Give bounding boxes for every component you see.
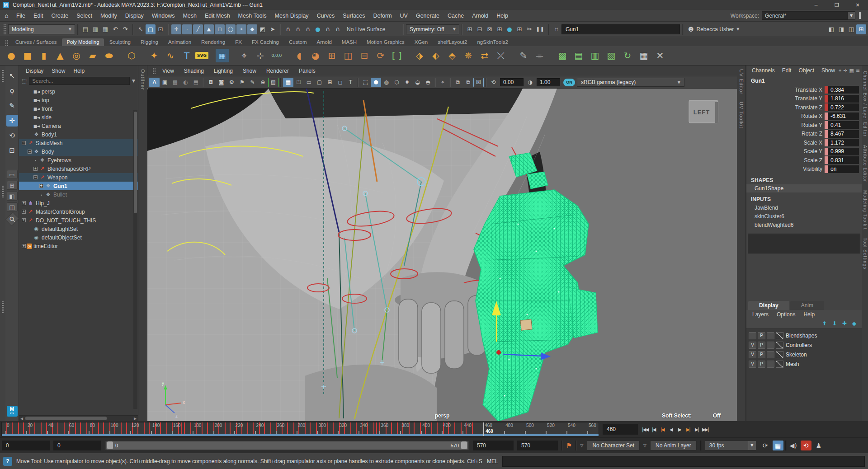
animation-end-field[interactable]: 570 [517, 441, 558, 450]
channel-value-field[interactable]: 0.831 [828, 156, 859, 164]
layer-display-type-toggle[interactable] [767, 361, 774, 368]
shelf-tab-motion-graphics[interactable]: Motion Graphics [362, 38, 409, 46]
viewport-menu[interactable]: Panels [294, 68, 321, 74]
outliner-item-defaultobjectset[interactable]: ◉ defaultObjectSet [19, 233, 138, 242]
create-bookmark-button[interactable]: ⚑ [566, 441, 572, 450]
mask-surfaces-button[interactable]: ◻ [215, 24, 225, 34]
select-by-component-button[interactable]: ⊡ [156, 24, 165, 34]
chevron-down-icon[interactable]: ▼ [132, 79, 135, 83]
menu-item[interactable]: Curves [313, 13, 339, 19]
channel-box-menu[interactable]: Edit [778, 67, 795, 74]
texture-toggle[interactable]: ⬒ [191, 78, 201, 87]
type-tool-button[interactable]: T [179, 48, 194, 63]
open-scene-button[interactable]: ▥ [90, 24, 100, 34]
mask-faces-button[interactable]: ▲ [204, 24, 214, 34]
default-material-toggle[interactable]: ◐ [180, 78, 191, 87]
viewport-menu[interactable]: View [157, 68, 179, 74]
outliner-search-input[interactable] [29, 77, 130, 85]
render-sequence-button[interactable]: ⊞ [495, 24, 505, 34]
antialiasing-toggle[interactable]: A [149, 78, 160, 87]
symmetry-dropdown[interactable]: Symmetry: Off▼ [406, 24, 459, 34]
menu-set-dropdown[interactable]: Modeling▼ [8, 24, 75, 34]
play-forwards-button[interactable]: ▶ [676, 424, 683, 434]
poly-sphere-button[interactable]: ● [4, 48, 19, 63]
layer-from-selected-icon[interactable]: ◆ [852, 320, 856, 327]
outliner-item-staticmesh[interactable]: − ↗ StaticMesh [19, 139, 138, 147]
dock-grip[interactable] [3, 24, 7, 34]
channel-row[interactable]: Translate X 0.384 [746, 85, 862, 94]
sculpt-tool-button[interactable]: ◖ [292, 48, 307, 63]
go-to-end-button[interactable]: ▶▶| [702, 424, 709, 434]
safe-action-button[interactable]: ◻ [335, 78, 345, 87]
step-back-frame-button[interactable]: |◀ [650, 424, 657, 434]
range-slider[interactable]: 0 570 [105, 440, 469, 451]
command-line-input[interactable] [502, 456, 865, 467]
step-forward-frame-button[interactable]: ▶| [693, 424, 700, 434]
outliner-item-top[interactable]: ■◄ top [19, 96, 138, 104]
render-current-frame-button[interactable]: ⊟ [475, 24, 485, 34]
layer-playback-toggle[interactable]: P [758, 342, 765, 349]
dock-tab[interactable]: UV Editor [739, 69, 744, 94]
viewport-canvas[interactable]: LEFT y x z persp Soft Select: Off [147, 89, 737, 421]
bookmark-button[interactable]: ⚑ [237, 78, 247, 87]
textured-mode-button[interactable]: ◍ [381, 78, 392, 87]
layer-playback-toggle[interactable]: P [758, 351, 765, 358]
input-node-row[interactable]: JawBlend [746, 203, 862, 212]
camera-attributes-button[interactable]: ◘ [206, 78, 216, 87]
camera-settings-button[interactable]: ⚙ [226, 78, 237, 87]
lock-selection-button[interactable]: ◩ [258, 24, 268, 34]
outliner-item-body[interactable]: − ❖ Body [19, 147, 138, 156]
spin-edge-button[interactable]: ⟳ [373, 48, 388, 63]
workspace-docking-button[interactable]: ⊞ [856, 24, 866, 34]
contrast-field[interactable]: 1.00 [537, 78, 560, 86]
shelf-tab-sculpting[interactable]: Sculpting [105, 38, 135, 46]
maya-home-icon[interactable]: ⌂ [5, 12, 9, 19]
hypershade-button[interactable]: ● [505, 24, 514, 34]
shelf-tab-curves-surfaces[interactable]: Curves / Surfaces [11, 38, 61, 46]
outliner-item-weapon[interactable]: − ↗ Weapon [19, 173, 138, 182]
layer-editor-menu[interactable]: Options [773, 311, 799, 318]
boolean-difference-button[interactable]: ⬖ [428, 48, 443, 63]
contrast-icon[interactable]: ◑ [525, 78, 535, 87]
paint-select-tool-button[interactable]: ✎ [6, 100, 18, 112]
lasso-tool-button[interactable]: ϙ [6, 85, 18, 97]
isolate-select-button[interactable]: ⌖ [438, 78, 448, 87]
shadows-button[interactable]: ◒ [412, 78, 423, 87]
mask-curves-button[interactable]: ◯ [226, 24, 236, 34]
menu-item[interactable]: Mesh Tools [234, 13, 271, 19]
display-layer-row[interactable]: V P Mesh [746, 359, 862, 369]
step-forward-key-button[interactable]: ▶| [684, 424, 692, 434]
channel-box-node-name[interactable]: Gun1 [746, 75, 862, 85]
go-to-start-button[interactable]: |◀◀ [642, 424, 649, 434]
exposure-field[interactable]: 0.00 [500, 78, 524, 86]
anim-layer-arrow[interactable]: ▽ [643, 443, 646, 448]
channel-value-field[interactable]: -6.631 [828, 113, 859, 120]
layer-visibility-toggle[interactable]: V [749, 361, 756, 368]
workspace-dropdown-arrow[interactable]: ▼ [848, 11, 855, 20]
scrollbar-thumb[interactable] [25, 417, 107, 420]
menu-item[interactable]: Help [492, 13, 512, 19]
mask-lines-button[interactable]: ╱ [193, 24, 203, 34]
svg-tool-button[interactable]: SVG [195, 52, 208, 59]
outliner-item-hip-j[interactable]: + ⋔ Hip_J [19, 199, 138, 207]
menu-item[interactable]: Select [72, 13, 96, 19]
render-view-button[interactable]: ⊞ [465, 24, 475, 34]
range-start-handle[interactable] [107, 441, 113, 449]
uv-editor-shelf-button[interactable]: ▩ [555, 48, 570, 63]
grease-pencil-button[interactable]: ✎ [247, 78, 258, 87]
single-pane-layout-button[interactable]: ▭ [7, 170, 18, 179]
xray-button[interactable]: ☒ [473, 78, 484, 87]
mask-dynamics-button[interactable]: ◆ [247, 24, 257, 34]
layer-color-swatch[interactable] [776, 342, 783, 349]
viewport-menu[interactable]: Show [238, 68, 261, 74]
mirror-button[interactable]: ⇄ [477, 48, 492, 63]
menu-item[interactable]: File [12, 13, 29, 19]
rotate-tool-button[interactable]: ⟲ [6, 130, 18, 141]
outliner-item-body1[interactable]: ❖ Body1 [19, 130, 138, 139]
toggle-channel-box-button[interactable]: ◫ [846, 24, 856, 34]
menu-item[interactable]: Arnold [468, 13, 492, 19]
redo-button[interactable]: ↷ [120, 24, 130, 34]
ipr-render-button[interactable]: ⊠ [485, 24, 495, 34]
ud-grid-button[interactable]: ▦ [216, 49, 229, 62]
select-by-hierarchy-button[interactable]: ↖ [136, 24, 146, 34]
